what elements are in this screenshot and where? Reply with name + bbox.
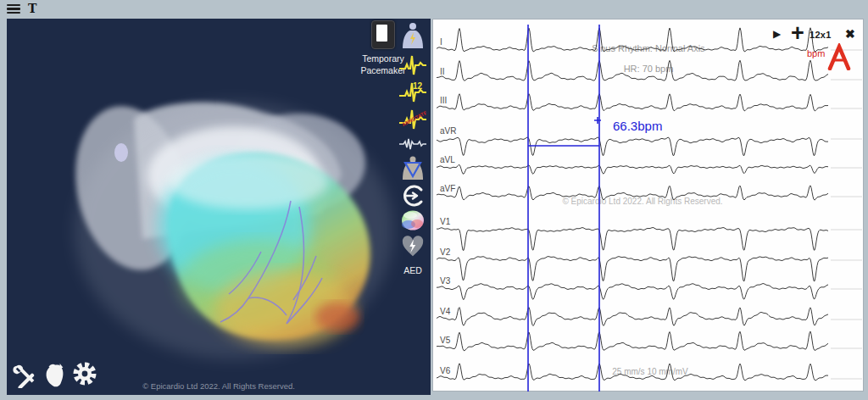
ecg-12-lead-icon[interactable]: 12 xyxy=(399,80,426,105)
electrogram-icon[interactable] xyxy=(399,134,426,154)
text-tool-button[interactable]: T xyxy=(28,2,36,15)
ecg-trace-V1 xyxy=(437,228,828,251)
color-wheel-icon[interactable] xyxy=(400,209,426,231)
ecg-lead-label-aVF: aVF xyxy=(440,184,455,193)
ecg-panel: Sinus Rhythm: Normal Axis HR: 70 bpm © E… xyxy=(432,19,864,392)
ecg-lead-label-aVR: aVR xyxy=(440,126,456,136)
torso-icon[interactable] xyxy=(400,22,426,49)
pacemaker-device-icon[interactable] xyxy=(371,20,395,49)
ecg-lead-label-V2: V2 xyxy=(440,247,451,257)
ecg-trace-aVL xyxy=(437,164,828,174)
play-button[interactable]: ▶ xyxy=(773,28,781,40)
ecg-lead-label-V3: V3 xyxy=(440,276,451,286)
copyright-text: © Epicardio Ltd 2022. All Rights Reserve… xyxy=(7,381,431,391)
add-caliper-button[interactable]: + xyxy=(791,20,804,47)
bpm-unit-label: bpm xyxy=(807,48,825,58)
ecg-lead-label-V6: V6 xyxy=(440,366,451,375)
ecg-lead-label-V4: V4 xyxy=(440,307,451,316)
caliper-bpm-reading: 66.3bpm xyxy=(613,119,662,133)
ecg-trace-III xyxy=(437,94,828,111)
ecg-lead-label-III: III xyxy=(440,96,447,105)
svg-text:12: 12 xyxy=(413,81,423,91)
ecg-chart: Sinus Rhythm: Normal Axis HR: 70 bpm © E… xyxy=(433,19,865,392)
heart-rate-annotation: HR: 70 bpm xyxy=(624,64,674,74)
ecg-watermark: © Epicardio Ltd 2022. All Rights Reserve… xyxy=(562,197,722,206)
ecg-lead-label-V1: V1 xyxy=(440,217,451,226)
ecg-lead-label-I: I xyxy=(440,37,442,47)
caliper-tool-icon[interactable] xyxy=(825,43,857,70)
title-bar: T xyxy=(0,0,868,19)
ecg-trace-V4 xyxy=(437,308,828,326)
einthoven-triangle-icon[interactable] xyxy=(399,154,426,181)
ecg-trace-V2 xyxy=(437,257,828,281)
ecg-trace-aVR xyxy=(437,137,828,155)
ecg-trace-V3 xyxy=(437,284,828,300)
heart-3d-panel[interactable]: Temporary Pacemaker 12 ANNOTATED xyxy=(7,19,431,395)
ecg-lead-label-V5: V5 xyxy=(440,336,451,345)
aed-icon[interactable] xyxy=(400,234,426,258)
ecg-layout-selector[interactable]: 12x1 xyxy=(810,30,832,40)
left-toolbar: 12 ANNOTATED xyxy=(395,19,431,395)
ecg-waveform-icon[interactable] xyxy=(399,53,426,78)
ecg-trace-V5 xyxy=(437,331,828,351)
speedometer-icon[interactable] xyxy=(399,183,426,208)
aed-label: AED xyxy=(403,265,422,275)
ecg-annotated-icon[interactable]: ANNOTATED xyxy=(399,107,426,132)
hamburger-menu-icon[interactable] xyxy=(7,4,20,14)
ecg-lead-label-aVL: aVL xyxy=(440,155,455,164)
ecg-lead-label-II: II xyxy=(440,67,445,76)
close-ecg-button[interactable]: ✖ xyxy=(845,27,855,41)
caliper[interactable] xyxy=(528,25,601,392)
